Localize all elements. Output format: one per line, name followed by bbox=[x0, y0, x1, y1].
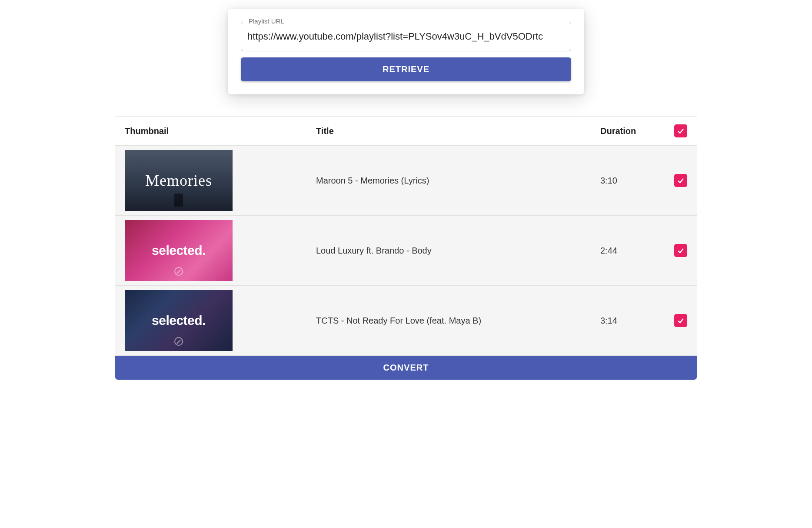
cell-duration: 2:44 bbox=[591, 216, 665, 286]
cell-thumbnail: selected. bbox=[115, 286, 306, 356]
cell-title: Loud Luxury ft. Brando - Body bbox=[306, 216, 591, 286]
table-row: selected. Loud Luxury ft. Brando - Body … bbox=[115, 216, 697, 286]
url-input-wrapper: Playlist URL bbox=[241, 22, 571, 51]
cell-checkbox bbox=[665, 216, 697, 286]
thumbnail-text: selected. bbox=[152, 313, 206, 328]
retrieve-button[interactable]: RETRIEVE bbox=[241, 57, 571, 81]
brand-icon bbox=[174, 267, 183, 276]
playlist-url-input[interactable] bbox=[241, 22, 571, 51]
check-icon bbox=[676, 176, 685, 185]
cell-checkbox bbox=[665, 146, 697, 216]
convert-button[interactable]: CONVERT bbox=[115, 356, 697, 380]
video-thumbnail: selected. bbox=[125, 220, 233, 281]
cell-title: TCTS - Not Ready For Love (feat. Maya B) bbox=[306, 286, 591, 356]
thumbnail-text: Memories bbox=[145, 171, 212, 190]
cell-title: Maroon 5 - Memories (Lyrics) bbox=[306, 146, 591, 216]
thumbnail-text: selected. bbox=[152, 243, 206, 258]
row-checkbox[interactable] bbox=[674, 314, 687, 327]
cell-thumbnail: Memories bbox=[115, 146, 306, 216]
header-select-all bbox=[665, 117, 697, 146]
check-icon bbox=[676, 127, 685, 135]
video-thumbnail: Memories bbox=[125, 150, 233, 211]
cell-duration: 3:10 bbox=[591, 146, 665, 216]
url-input-label: Playlist URL bbox=[246, 17, 287, 25]
url-input-card: Playlist URL RETRIEVE bbox=[228, 9, 584, 94]
header-duration: Duration bbox=[591, 117, 665, 146]
check-icon bbox=[676, 246, 685, 255]
results-table: Thumbnail Title Duration Memories Maroon… bbox=[115, 117, 697, 356]
table-row: selected. TCTS - Not Ready For Love (fea… bbox=[115, 286, 697, 356]
cell-checkbox bbox=[665, 286, 697, 356]
brand-icon bbox=[174, 337, 183, 346]
header-thumbnail: Thumbnail bbox=[115, 117, 306, 146]
row-checkbox[interactable] bbox=[674, 244, 687, 257]
table-header-row: Thumbnail Title Duration bbox=[115, 117, 697, 146]
table-row: Memories Maroon 5 - Memories (Lyrics) 3:… bbox=[115, 146, 697, 216]
row-checkbox[interactable] bbox=[674, 174, 687, 187]
video-thumbnail: selected. bbox=[125, 290, 233, 351]
cell-duration: 3:14 bbox=[591, 286, 665, 356]
header-title: Title bbox=[306, 117, 591, 146]
cell-thumbnail: selected. bbox=[115, 216, 306, 286]
results-table-card: Thumbnail Title Duration Memories Maroon… bbox=[115, 116, 697, 380]
check-icon bbox=[676, 316, 685, 325]
select-all-checkbox[interactable] bbox=[674, 124, 687, 137]
